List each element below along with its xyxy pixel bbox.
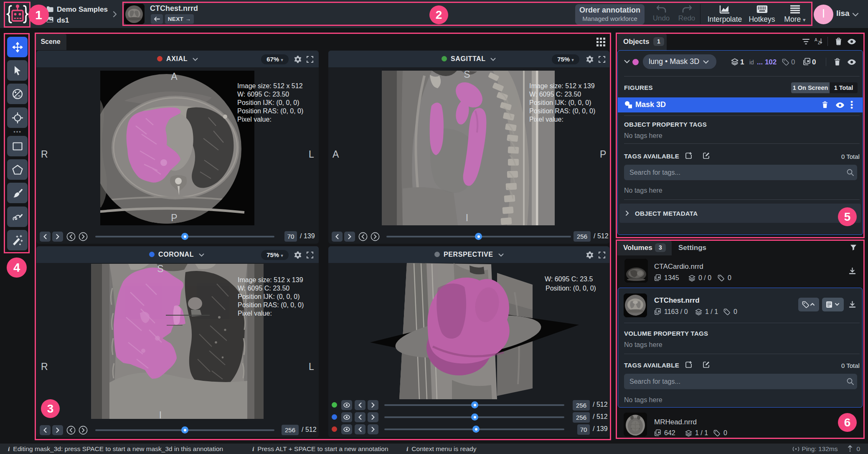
svg-text:Image size: 512 x 512: Image size: 512 x 512 xyxy=(237,82,303,89)
svg-text:Position RAS: (0, 0, 0): Position RAS: (0, 0, 0) xyxy=(529,107,595,115)
svg-text:W: 6095 C: 23.50: W: 6095 C: 23.50 xyxy=(238,285,289,292)
svg-text:W: 6095 C: 23.50: W: 6095 C: 23.50 xyxy=(237,91,289,98)
svg-text:L: L xyxy=(309,361,314,372)
svg-text:W: 6095 C: 23.50: W: 6095 C: 23.50 xyxy=(529,91,581,98)
svg-text:Pixel value:: Pixel value: xyxy=(238,310,272,317)
svg-text:Position IJK: (0, 0, 0): Position IJK: (0, 0, 0) xyxy=(529,99,591,106)
svg-text:A: A xyxy=(815,38,817,42)
svg-text:Position RAS: (0, 0, 0): Position RAS: (0, 0, 0) xyxy=(238,301,304,309)
svg-text:Pixel value:: Pixel value: xyxy=(529,116,563,123)
svg-text:I: I xyxy=(159,410,162,421)
svg-text:Position: (0, 0, 0): Position: (0, 0, 0) xyxy=(546,285,596,292)
svg-text:P: P xyxy=(600,149,606,160)
svg-text:L: L xyxy=(309,149,314,160)
svg-text:W: 6095 C: 23.5: W: 6095 C: 23.5 xyxy=(545,275,593,283)
svg-text:A: A xyxy=(332,149,339,160)
svg-text:S: S xyxy=(464,69,470,80)
svg-text:I: I xyxy=(466,212,468,223)
svg-text:Position IJK: (0, 0, 0): Position IJK: (0, 0, 0) xyxy=(237,99,299,106)
svg-text:Pixel value:: Pixel value: xyxy=(237,116,272,123)
svg-text:A: A xyxy=(171,71,178,82)
svg-text:Image size: 512 x 139: Image size: 512 x 139 xyxy=(529,82,595,89)
svg-text:R: R xyxy=(41,149,48,160)
svg-text:Position IJK: (0, 0, 0): Position IJK: (0, 0, 0) xyxy=(238,293,300,300)
svg-text:S: S xyxy=(157,263,163,274)
svg-text:Position RAS: (0, 0, 0): Position RAS: (0, 0, 0) xyxy=(237,107,303,115)
svg-text:R: R xyxy=(41,361,48,372)
svg-text:Z: Z xyxy=(818,41,820,45)
svg-text:Image size: 512 x 139: Image size: 512 x 139 xyxy=(238,276,303,283)
svg-text:P: P xyxy=(171,212,177,223)
